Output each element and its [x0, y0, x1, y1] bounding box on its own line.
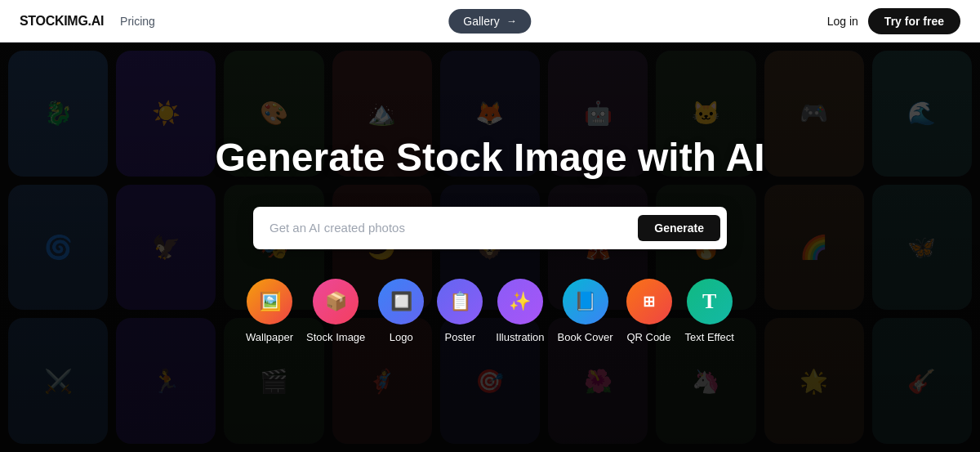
navbar-right: Log in Try for free — [827, 8, 960, 34]
gallery-label: Gallery — [463, 15, 499, 28]
logo-label: Logo — [390, 331, 413, 343]
hero-section: 🐉☀️🎨🏔️🦊🤖🐱🎮🌊🌀🦅🎭🌙🦁🎪🔥🌈🦋⚔️🏃🎬🦸🎯🌺🦄🌟🎸 Generate … — [0, 43, 980, 452]
stock-image-label: Stock Image — [306, 331, 365, 343]
categories-row: 🖼️Wallpaper📦Stock Image🔲Logo📋Poster✨Illu… — [246, 279, 734, 343]
gallery-button[interactable]: Gallery → — [448, 9, 531, 34]
hero-content: Generate Stock Image with AI Generate 🖼️… — [0, 43, 980, 452]
category-stock-image[interactable]: 📦Stock Image — [306, 279, 365, 343]
illustration-icon: ✨ — [497, 279, 543, 324]
wallpaper-icon: 🖼️ — [247, 279, 292, 324]
wallpaper-label: Wallpaper — [246, 331, 293, 343]
generate-button[interactable]: Generate — [638, 215, 720, 241]
login-button[interactable]: Log in — [827, 15, 858, 28]
category-logo[interactable]: 🔲Logo — [378, 279, 424, 343]
illustration-label: Illustration — [496, 331, 544, 343]
category-wallpaper[interactable]: 🖼️Wallpaper — [246, 279, 293, 343]
qr-code-icon: ⊞ — [626, 279, 672, 324]
category-illustration[interactable]: ✨Illustration — [496, 279, 544, 343]
category-poster[interactable]: 📋Poster — [437, 279, 483, 343]
poster-label: Poster — [445, 331, 476, 343]
try-free-button[interactable]: Try for free — [868, 8, 960, 34]
text-effect-icon: T — [687, 279, 733, 324]
navbar-left: STOCKIMG.AI Pricing — [20, 14, 155, 29]
qr-code-label: QR Code — [626, 331, 670, 343]
logo: STOCKIMG.AI — [20, 14, 104, 29]
stock-image-icon: 📦 — [313, 279, 359, 324]
search-input[interactable] — [270, 221, 638, 235]
hero-title: Generate Stock Image with AI — [215, 135, 764, 180]
category-book-cover[interactable]: 📘Book Cover — [558, 279, 613, 343]
poster-icon: 📋 — [437, 279, 483, 324]
navbar-center: Gallery → — [448, 9, 531, 34]
text-effect-label: Text Effect — [685, 331, 734, 343]
book-cover-label: Book Cover — [558, 331, 613, 343]
logo-icon: 🔲 — [378, 279, 424, 324]
pricing-link[interactable]: Pricing — [120, 15, 155, 28]
navbar: STOCKIMG.AI Pricing Gallery → Log in Try… — [0, 0, 980, 43]
category-qr-code[interactable]: ⊞QR Code — [626, 279, 672, 343]
book-cover-icon: 📘 — [563, 279, 608, 324]
arrow-icon: → — [506, 15, 517, 27]
search-bar: Generate — [253, 207, 727, 249]
category-text-effect[interactable]: TText Effect — [685, 279, 734, 343]
